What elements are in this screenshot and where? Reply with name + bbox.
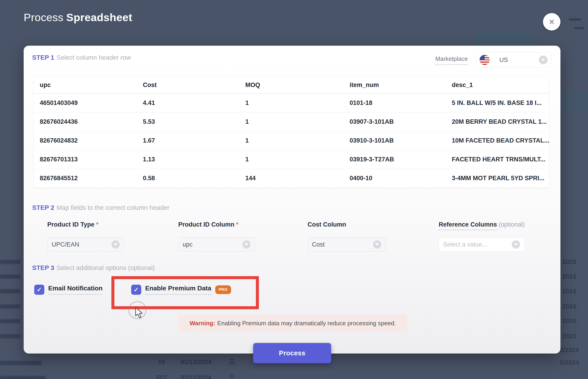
table-row[interactable]: 82676024832 1.67 1 03910-3-101AB 10M FAC… bbox=[34, 131, 549, 150]
field-product-id-column: Product ID Column* upc bbox=[178, 221, 255, 252]
premium-data-warning: Warning: Enabling Premium data may drama… bbox=[178, 315, 407, 332]
menu-icon: ☰ bbox=[229, 358, 235, 366]
cell-item-num: 0101-18 bbox=[350, 99, 452, 107]
us-flag-icon bbox=[480, 55, 490, 65]
cell-upc: 46501403049 bbox=[40, 99, 143, 107]
background-date: 2024 bbox=[562, 288, 588, 295]
dialog-title: ProcessSpreadsheet bbox=[24, 11, 132, 24]
step3-heading: STEP 3Select additional options (optiona… bbox=[32, 264, 155, 272]
field-label-text: Product ID Type bbox=[47, 221, 94, 228]
background-text-fragment bbox=[0, 319, 20, 323]
background-text-fragment bbox=[0, 376, 46, 379]
close-button[interactable]: × bbox=[543, 13, 560, 31]
background-text-fragment bbox=[574, 27, 584, 29]
cell-upc: 82676024436 bbox=[40, 118, 143, 125]
cell-desc: 3-4MM MOT PEARL 5YD SPRI... bbox=[452, 175, 549, 182]
cell-desc: 10M FACETED BEAD CRYSTAL... bbox=[452, 137, 549, 144]
background-qty: 10 bbox=[158, 359, 165, 366]
cell-cost: 1.13 bbox=[143, 156, 245, 163]
background-text-fragment bbox=[0, 334, 20, 338]
cell-item-num: 0400-10 bbox=[350, 175, 452, 182]
reference-columns-select[interactable]: Select a value... bbox=[439, 237, 524, 252]
cell-desc: 5 IN. BALL W/5 IN. BASE 18 I... bbox=[452, 99, 549, 107]
background-date: 0/2024 bbox=[560, 347, 586, 354]
chevron-down-icon bbox=[242, 240, 251, 249]
step2-heading: STEP 2Map fields to the correct column h… bbox=[32, 204, 169, 212]
step2-number: STEP 2 bbox=[32, 204, 54, 211]
background-date: 2024 bbox=[562, 303, 588, 310]
dialog-title-light: Process bbox=[24, 11, 63, 23]
spreadsheet-preview-table: upc Cost MOQ item_num desc_1 46501403049… bbox=[34, 77, 549, 188]
check-icon: ✓ bbox=[134, 286, 139, 293]
field-product-id-type: Product ID Type* UPC/EAN bbox=[47, 221, 124, 252]
close-icon: × bbox=[549, 17, 554, 27]
required-asterisk: * bbox=[96, 221, 98, 228]
process-button[interactable]: Process bbox=[253, 343, 331, 363]
optional-suffix: (optional) bbox=[499, 221, 525, 228]
background-text-fragment bbox=[0, 304, 20, 309]
background-text-fragment bbox=[0, 361, 41, 365]
menu-icon: ☰ bbox=[229, 373, 235, 379]
cell-cost: 1.67 bbox=[143, 137, 245, 144]
pro-badge: PRO bbox=[215, 285, 231, 294]
background-qty: 527 bbox=[156, 374, 166, 379]
step2-description: Map fields to the correct column header bbox=[56, 204, 169, 211]
cell-upc: 82676701313 bbox=[40, 156, 143, 163]
step1-heading: STEP 1Select column header row bbox=[32, 54, 131, 62]
field-label: Product ID Column* bbox=[178, 221, 255, 228]
field-cost-column: Cost Column Cost bbox=[308, 221, 386, 252]
cell-desc: FACETED HEART TRNS/MULT... bbox=[452, 156, 549, 163]
dialog-title-bold: Spreadsheet bbox=[66, 11, 132, 23]
email-notification-checkbox[interactable]: ✓ bbox=[34, 285, 44, 295]
cell-item-num: 03910-3-101AB bbox=[350, 137, 452, 144]
column-header: item_num bbox=[350, 81, 452, 89]
table-row[interactable]: 82676701313 1.13 1 03919-3-T27AB FACETED… bbox=[34, 150, 549, 169]
column-header: MOQ bbox=[245, 81, 350, 89]
cell-moq: 1 bbox=[245, 99, 350, 107]
field-label-text: Reference Columns bbox=[439, 221, 497, 230]
option-label: Enable Premium Data bbox=[145, 285, 211, 295]
step1-description: Select column header row bbox=[56, 54, 131, 61]
column-header: desc_1 bbox=[452, 81, 549, 89]
marketplace-label: Marketplace bbox=[435, 55, 468, 65]
cell-cost: 5.53 bbox=[143, 118, 245, 125]
enable-premium-data-checkbox[interactable]: ✓ bbox=[131, 285, 141, 295]
chevron-down-icon bbox=[512, 240, 520, 249]
background-date: 2023 bbox=[562, 258, 588, 266]
cost-column-select[interactable]: Cost bbox=[308, 237, 386, 252]
select-value: Cost bbox=[312, 241, 325, 248]
warning-text: Enabling Premium data may dramatically r… bbox=[217, 320, 396, 327]
process-spreadsheet-modal: STEP 1Select column header row Marketpla… bbox=[24, 46, 560, 353]
step3-number: STEP 3 bbox=[32, 264, 54, 271]
cell-item-num: 03919-3-T27AB bbox=[350, 156, 452, 163]
product-id-column-select[interactable]: upc bbox=[178, 237, 255, 252]
select-value: upc bbox=[183, 241, 193, 248]
chevron-down-icon bbox=[111, 240, 120, 249]
step3-description: Select additional options (optional) bbox=[56, 264, 155, 271]
table-header-row[interactable]: upc Cost MOQ item_num desc_1 bbox=[34, 77, 549, 94]
marketplace-value: US bbox=[499, 56, 508, 63]
field-reference-columns: Reference Columns(optional) Select a val… bbox=[439, 221, 524, 252]
field-label: Cost Column bbox=[308, 221, 386, 228]
table-row[interactable]: 82676024436 5.53 1 03907-3-101AB 20M BER… bbox=[34, 112, 549, 131]
background-text-fragment bbox=[0, 289, 20, 293]
background-date: 2024 bbox=[562, 317, 588, 325]
warning-prefix: Warning: bbox=[190, 320, 215, 327]
product-id-type-select[interactable]: UPC/EAN bbox=[47, 237, 124, 252]
mouse-cursor-icon bbox=[135, 307, 144, 320]
cell-moq: 1 bbox=[245, 118, 350, 125]
cell-cost: 4.41 bbox=[143, 99, 245, 107]
chevron-down-icon bbox=[539, 56, 548, 64]
background-text-fragment bbox=[0, 275, 20, 279]
option-label: Email Notification bbox=[48, 285, 102, 295]
cell-moq: 1 bbox=[245, 137, 350, 144]
marketplace-select[interactable]: US bbox=[476, 52, 552, 67]
option-email-notification: ✓ Email Notification bbox=[34, 285, 102, 295]
field-label: Reference Columns(optional) bbox=[439, 221, 524, 228]
table-row[interactable]: 46501403049 4.41 1 0101-18 5 IN. BALL W/… bbox=[34, 94, 549, 112]
background-text-fragment bbox=[569, 18, 581, 21]
column-header: upc bbox=[40, 81, 143, 89]
table-row[interactable]: 82676845512 0.58 144 0400-10 3-4MM MOT P… bbox=[34, 169, 549, 188]
required-asterisk: * bbox=[236, 221, 239, 228]
field-label-text: Product ID Column bbox=[178, 221, 234, 228]
